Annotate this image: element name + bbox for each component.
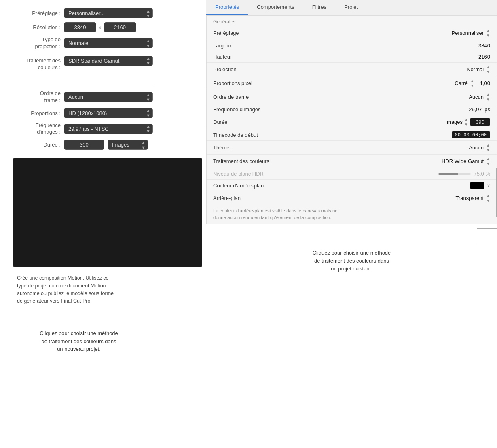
left-callout-line-container <box>17 305 37 325</box>
properties-panel: Générales Préréglage Personnaliser ▲▼ La… <box>206 15 497 224</box>
prop-duree-label: Durée <box>213 119 286 125</box>
prop-projection-value[interactable]: Normal ▲▼ <box>286 65 490 74</box>
traitement-label: Traitement descouleurs : <box>8 57 61 71</box>
prop-timecode-value[interactable]: 00:00:00;00 <box>286 131 490 138</box>
right-callout-line-box <box>477 228 497 245</box>
tab-proprietes[interactable]: Propriétés <box>206 0 248 15</box>
prop-timecode: Timecode de début 00:00:00;00 <box>207 129 497 141</box>
resolution-label: Résolution : <box>8 24 61 30</box>
proportions-row: Proportions : HD (1280x1080) ▲▼ <box>8 108 198 118</box>
prop-largeur: Largeur 3840 <box>207 40 497 51</box>
tabs-bar: Propriétés Comportements Filtres Projet <box>206 0 497 15</box>
prop-theme: Thème : Aucun ▲▼ <box>207 141 497 155</box>
prop-theme-value[interactable]: Aucun ▲▼ <box>286 143 490 152</box>
frequence-select[interactable]: 29,97 ips - NTSC <box>64 124 153 134</box>
preglage-select-wrapper[interactable]: Personnaliser... ▲▼ <box>64 8 153 18</box>
note-text: La couleur d'arrière-plan est visible da… <box>207 205 497 224</box>
traitement-right-stepper[interactable]: ▲▼ <box>486 157 490 166</box>
proportions-label: Proportions : <box>8 110 61 116</box>
theme-stepper[interactable]: ▲▼ <box>486 143 490 152</box>
frequence-row: Fréquenced'images : 29,97 ips - NTSC ▲▼ <box>8 122 198 136</box>
prop-frequence: Fréquence d'images 29,97 ips <box>207 104 497 115</box>
preglage-select[interactable]: Personnaliser... <box>64 8 153 18</box>
ordre-trame-label: Ordre detrame : <box>8 90 61 104</box>
proportions-select[interactable]: HD (1280x1080) <box>64 108 153 118</box>
prop-preglage-value[interactable]: Personnaliser ▲▼ <box>286 28 490 38</box>
prop-proportions-pixel: Proportions pixel Carré ▲▼ 1,00 <box>207 76 497 90</box>
right-callout-hline <box>477 228 497 229</box>
tab-comportements[interactable]: Comportements <box>248 0 303 15</box>
hdr-value: 75,0 % <box>474 171 490 177</box>
ordre-trame-row: Ordre detrame : Aucun ▲▼ <box>8 90 198 104</box>
prop-hdr: Niveau de blanc HDR 75,0 % <box>207 168 497 180</box>
prop-couleur-arriere-label: Couleur d'arrière-plan <box>213 183 286 189</box>
prop-ordre-trame-label: Ordre de trame <box>213 94 286 100</box>
right-callout-text: Cliquez pour choisir une méthode de trai… <box>300 245 403 277</box>
prop-duree: Durée Images ▲▼ <box>207 115 497 129</box>
proportions-pixel-stepper[interactable]: ▲▼ <box>470 79 474 88</box>
color-swatch[interactable] <box>470 182 484 189</box>
right-callout-container <box>206 228 497 245</box>
prop-largeur-label: Largeur <box>213 42 286 49</box>
resolution-row: Résolution : 3840 x 2160 <box>8 22 198 32</box>
prop-traitement-right-value[interactable]: HDR Wide Gamut ▲▼ <box>286 157 490 166</box>
ordre-trame-stepper[interactable]: ▲▼ <box>486 92 490 102</box>
duree-right-input[interactable] <box>470 118 490 126</box>
preview-area <box>13 158 202 267</box>
ordre-trame-select-wrapper[interactable]: Aucun ▲▼ <box>64 92 153 102</box>
duree-unit-wrapper[interactable]: Images ▲▼ <box>108 140 148 150</box>
proportions-select-wrapper[interactable]: HD (1280x1080) ▲▼ <box>64 108 153 118</box>
hdr-label: Niveau de blanc HDR <box>213 171 286 177</box>
res-width-input[interactable]: 3840 <box>64 22 96 32</box>
duree-input[interactable]: 300 <box>64 140 104 150</box>
duration-inputs: 300 Images ▲▼ <box>64 140 148 150</box>
timecode-display[interactable]: 00:00:00;00 <box>452 131 490 138</box>
prop-couleur-arriere-value[interactable]: ∨ <box>286 182 490 189</box>
ordre-trame-select[interactable]: Aucun <box>64 92 153 102</box>
type-projection-select[interactable]: Normale <box>64 38 153 48</box>
prop-arriere-plan-value[interactable]: Transparent ▲▼ <box>286 193 490 203</box>
prop-theme-label: Thème : <box>213 144 286 151</box>
prop-hauteur-value: 2160 <box>286 54 490 60</box>
prop-duree-value[interactable]: Images ▲▼ <box>286 117 490 127</box>
tab-projet[interactable]: Projet <box>335 0 367 15</box>
preglage-label: Préréglage : <box>8 10 61 16</box>
prop-traitement-right-label: Traitement des couleurs <box>213 158 286 164</box>
preglage-row: Préréglage : Personnaliser... ▲▼ <box>8 8 198 18</box>
traitement-select-wrapper[interactable]: SDR Standard Gamut ▲▼ <box>64 56 153 66</box>
prop-traitement-right: Traitement des couleurs HDR Wide Gamut ▲… <box>207 155 497 168</box>
type-projection-select-wrapper[interactable]: Normale ▲▼ <box>64 38 153 48</box>
right-callout-vline <box>477 229 477 245</box>
prop-frequence-label: Fréquence d'images <box>213 106 286 113</box>
prop-ordre-trame-value[interactable]: Aucun ▲▼ <box>286 92 490 102</box>
frequence-select-wrapper[interactable]: 29,97 ips - NTSC ▲▼ <box>64 124 153 134</box>
preglage-stepper[interactable]: ▲▼ <box>486 28 490 38</box>
hdr-slider[interactable] <box>438 173 471 175</box>
tab-filtres[interactable]: Filtres <box>303 0 335 15</box>
prop-projection-label: Projection <box>213 66 286 72</box>
res-height-input[interactable]: 2160 <box>104 22 136 32</box>
type-projection-label: Type deprojection : <box>8 36 61 50</box>
duree-unit-select[interactable]: Images <box>108 140 148 150</box>
traitement-select[interactable]: SDR Standard Gamut <box>64 56 153 66</box>
prop-timecode-label: Timecode de début <box>213 132 286 138</box>
projection-stepper[interactable]: ▲▼ <box>486 65 490 74</box>
color-chevron[interactable]: ∨ <box>487 183 490 188</box>
prop-hauteur-label: Hauteur <box>213 54 286 60</box>
left-panel: Préréglage : Personnaliser... ▲▼ Résolut… <box>0 0 206 353</box>
prop-proportions-pixel-label: Proportions pixel <box>213 80 286 86</box>
frequence-label: Fréquenced'images : <box>8 122 61 136</box>
prop-largeur-value: 3840 <box>286 42 490 49</box>
prop-couleur-arriere: Couleur d'arrière-plan ∨ <box>207 180 497 191</box>
duree-stepper[interactable]: ▲▼ <box>464 117 468 127</box>
right-panel: Propriétés Comportements Filtres Projet … <box>206 0 497 277</box>
prop-preglage: Préréglage Personnaliser ▲▼ <box>207 26 497 40</box>
hdr-slider-area[interactable]: 75,0 % <box>286 171 490 177</box>
duree-row: Durée : 300 Images ▲▼ <box>8 140 198 150</box>
arriere-plan-stepper[interactable]: ▲▼ <box>486 193 490 203</box>
traitement-vline <box>496 168 497 217</box>
prop-proportions-pixel-value[interactable]: Carré ▲▼ 1,00 <box>286 79 490 88</box>
prop-arriere-plan: Arrière-plan Transparent ▲▼ <box>207 191 497 205</box>
prop-frequence-value: 29,97 ips <box>286 106 490 113</box>
left-callout-text: Cliquez pour choisir une méthode de trai… <box>8 325 150 353</box>
